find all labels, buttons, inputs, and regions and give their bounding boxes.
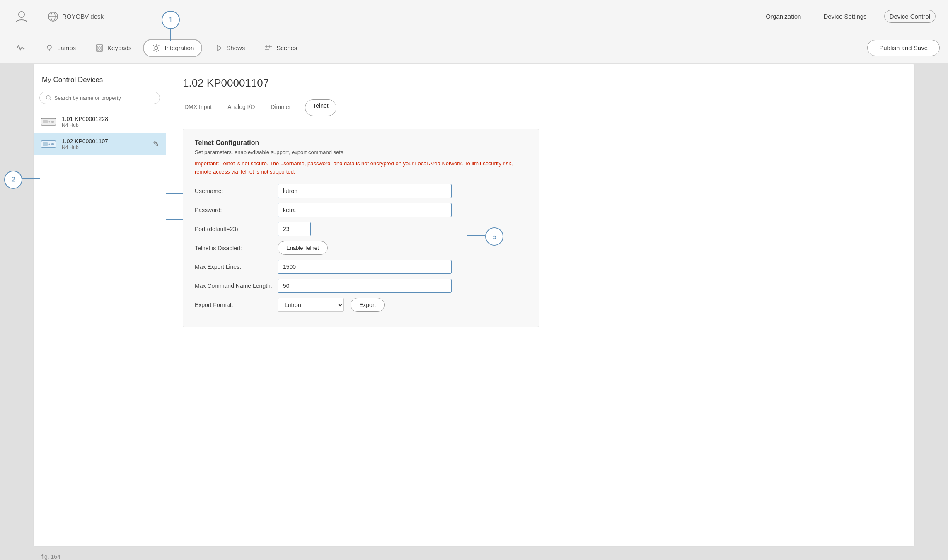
max-export-row: Max Export Lines: [195, 260, 527, 274]
export-format-row: Export Format: Lutron Generic Export [195, 298, 527, 312]
search-box[interactable] [39, 92, 160, 104]
config-title: Telnet Configuration [195, 139, 527, 147]
svg-line-18 [158, 50, 160, 51]
username-row: Username: [195, 184, 527, 198]
svg-marker-21 [217, 45, 221, 51]
callout-5: 5 [485, 227, 503, 246]
toolbar: Lamps Keypads [0, 33, 948, 63]
svg-rect-8 [97, 46, 99, 47]
lamp-icon [45, 43, 54, 53]
toolbar-keypads-label: Keypads [107, 44, 131, 51]
svg-rect-11 [100, 49, 102, 50]
device-icon-2 [40, 138, 57, 150]
port-input[interactable] [278, 222, 311, 236]
main-nav: Organization Device Settings Device Cont… [761, 10, 936, 23]
device-sub-1: N4 Hub [62, 122, 159, 128]
max-export-label: Max Export Lines: [195, 263, 278, 270]
svg-point-32 [49, 121, 50, 123]
username-label: Username: [195, 188, 278, 194]
sidebar: My Control Devices [34, 64, 166, 546]
telnet-status-row: Telnet is Disabled: Enable Telnet [195, 241, 527, 255]
callout-1-line [170, 29, 171, 41]
toolbar-integration[interactable]: Integration [143, 39, 202, 57]
svg-point-0 [19, 12, 24, 17]
max-cmd-input[interactable] [278, 279, 452, 293]
device-icon-1 [40, 116, 57, 128]
fig-label: fig. 164 [41, 553, 60, 560]
toolbar-scenes-label: Scenes [276, 44, 297, 51]
toolbar-scenes[interactable]: Scenes [256, 40, 305, 56]
device-info-2: 1.02 KP00001107 N4 Hub [62, 138, 148, 150]
svg-point-12 [155, 46, 158, 50]
tab-dmx-input[interactable]: DMX Input [183, 99, 213, 116]
device-item-1[interactable]: 1.01 KP00001228 N4 Hub [34, 111, 166, 133]
max-cmd-label: Max Command Name Length: [195, 282, 278, 289]
export-format-label: Export Format: [195, 302, 278, 308]
callout-2: 2 [4, 171, 22, 189]
toolbar-integration-label: Integration [164, 44, 194, 51]
workspace-selector[interactable]: ROYGBV desk [47, 11, 104, 22]
search-input[interactable] [54, 95, 154, 101]
config-description: Set parameters, enable/disable support, … [195, 149, 527, 155]
svg-rect-10 [97, 49, 99, 50]
toolbar-lamps[interactable]: Lamps [37, 40, 83, 56]
enable-telnet-button[interactable]: Enable Telnet [278, 241, 328, 255]
toolbar-activity[interactable] [8, 40, 33, 56]
svg-point-27 [46, 95, 50, 99]
config-section: Telnet Configuration Set parameters, ena… [183, 129, 539, 327]
toolbar-keypads[interactable]: Keypads [87, 40, 139, 56]
export-button[interactable]: Export [351, 298, 385, 312]
scenes-icon [264, 43, 273, 53]
svg-line-17 [153, 45, 155, 46]
callout-2-line [22, 178, 40, 179]
right-content: 1.02 KP00001107 DMX Input Analog I/O Dim… [166, 64, 914, 546]
toolbar-shows-label: Shows [226, 44, 245, 51]
toolbar-shows[interactable]: Shows [206, 40, 252, 56]
tabs: DMX Input Analog I/O Dimmer Telnet [183, 99, 898, 116]
svg-point-36 [49, 144, 50, 145]
svg-rect-7 [96, 45, 103, 51]
device-sub-2: N4 Hub [62, 145, 148, 150]
password-label: Password: [195, 207, 278, 213]
edit-icon[interactable]: ✎ [153, 140, 159, 149]
device-info-1: 1.01 KP00001228 N4 Hub [62, 116, 159, 128]
page-title: 1.02 KP00001107 [183, 77, 898, 89]
config-wrapper: 3 4 5 Telnet Configuration S [183, 129, 898, 327]
content-area: 2 My Control Devices [33, 63, 915, 547]
toolbar-wrapper: 1 Lamps [0, 33, 948, 63]
export-format-select[interactable]: Lutron Generic [278, 298, 344, 312]
shows-icon [214, 43, 223, 53]
device-name-2: 1.02 KP00001107 [62, 138, 148, 145]
callout-3-line [166, 193, 183, 194]
publish-save-button[interactable]: Publish and Save [867, 40, 940, 56]
svg-line-19 [158, 45, 160, 46]
svg-rect-30 [43, 120, 48, 123]
svg-line-28 [50, 99, 51, 100]
search-icon [46, 94, 52, 101]
max-export-input[interactable] [278, 260, 452, 274]
svg-line-20 [153, 50, 155, 51]
device-name-1: 1.01 KP00001228 [62, 116, 159, 122]
port-label: Port (default=23): [195, 226, 278, 232]
tab-analog-io[interactable]: Analog I/O [226, 99, 256, 116]
main-content: My Control Devices [33, 64, 915, 547]
tab-dimmer[interactable]: Dimmer [269, 99, 293, 116]
nav-organization[interactable]: Organization [761, 10, 806, 22]
callout-1: 1 [162, 11, 180, 29]
svg-point-35 [51, 143, 54, 145]
svg-point-31 [51, 121, 54, 123]
tab-telnet[interactable]: Telnet [305, 99, 336, 116]
user-icon[interactable] [12, 7, 31, 26]
username-input[interactable] [278, 184, 452, 198]
password-row: Password: [195, 203, 527, 217]
device-item-2[interactable]: 1.02 KP00001107 N4 Hub ✎ [34, 133, 166, 155]
keypad-icon [95, 43, 104, 53]
nav-device-settings[interactable]: Device Settings [818, 10, 871, 22]
sidebar-title: My Control Devices [34, 68, 166, 88]
svg-rect-34 [43, 142, 48, 146]
top-nav: ROYGBV desk Organization Device Settings… [0, 0, 948, 33]
max-cmd-row: Max Command Name Length: [195, 279, 527, 293]
svg-rect-9 [100, 46, 102, 47]
nav-device-control[interactable]: Device Control [884, 10, 936, 23]
password-input[interactable] [278, 203, 452, 217]
